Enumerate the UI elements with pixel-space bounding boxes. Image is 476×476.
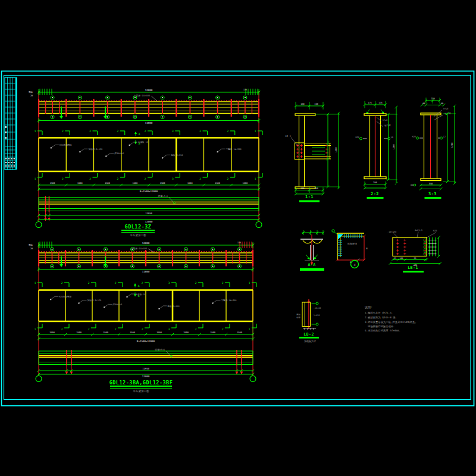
svg-text:2: 2 xyxy=(142,281,143,284)
svg-text:-10×430: -10×430 xyxy=(387,231,396,233)
svg-text:175: 175 xyxy=(378,102,383,104)
svg-text:M20: M20 xyxy=(356,136,360,139)
svg-text:8×1500=12000: 8×1500=12000 xyxy=(137,340,155,343)
svg-text:下翼缘-14×300: 下翼缘-14×300 xyxy=(221,299,237,302)
svg-text:2: 2 xyxy=(115,281,117,284)
svg-text:1500: 1500 xyxy=(183,331,189,334)
svg-text:12000: 12000 xyxy=(145,220,153,223)
svg-text:3: 3 xyxy=(172,130,174,133)
svg-text:-10×80: -10×80 xyxy=(314,307,321,309)
svg-text:20: 20 xyxy=(30,95,33,97)
svg-text:2: 2 xyxy=(115,328,117,331)
svg-text:11950: 11950 xyxy=(145,212,152,215)
svg-text:1500: 1500 xyxy=(133,182,138,184)
detail-lb1-label: LB-1 xyxy=(408,265,418,270)
svg-text:1500: 1500 xyxy=(49,331,55,334)
svg-text:8: 8 xyxy=(367,248,368,250)
svg-text:1200: 1200 xyxy=(393,145,395,150)
svg-text:175: 175 xyxy=(237,242,241,244)
svg-text:hf=8: hf=8 xyxy=(443,108,448,110)
svg-text:M20: M20 xyxy=(412,136,416,138)
svg-text:350: 350 xyxy=(429,183,433,185)
svg-text:2: 2 xyxy=(222,328,224,331)
svg-text:2: 2 xyxy=(227,177,228,180)
svg-text:150: 150 xyxy=(300,103,305,105)
note-line-2: 2.钢材材质为 Q345-B 级。 xyxy=(365,316,398,320)
svg-text:连接板-10: 连接板-10 xyxy=(136,293,146,296)
svg-text:1500: 1500 xyxy=(210,331,215,334)
hole-detail-label: d xyxy=(353,263,355,267)
svg-text:1: 1 xyxy=(35,281,36,284)
svg-text:上翼缘-14×300: 上翼缘-14×300 xyxy=(131,247,148,250)
group2-subtitle: 吊车梁加工图 xyxy=(133,389,149,393)
group2-title: GDL12-3BA,GDL12-3BF xyxy=(109,380,173,386)
svg-text:55: 55 xyxy=(394,257,396,259)
svg-text:2: 2 xyxy=(195,328,197,331)
svg-text:1500: 1500 xyxy=(187,182,193,184)
svg-text:3: 3 xyxy=(172,177,174,180)
svg-text:1500: 1500 xyxy=(103,331,108,334)
svg-text:2: 2 xyxy=(62,177,64,180)
svg-text:焊缝hf=6: 焊缝hf=6 xyxy=(114,152,124,155)
svg-text:两边: 两边 xyxy=(296,313,300,316)
beam-group-1: 12000预拱20175上翼缘-14×300118001122222222332… xyxy=(29,89,262,233)
svg-text:3: 3 xyxy=(168,281,170,284)
svg-text:1: 1 xyxy=(35,130,36,133)
svg-text:12000: 12000 xyxy=(145,89,153,92)
svg-text:2: 2 xyxy=(195,281,197,284)
svg-text:55: 55 xyxy=(414,257,416,259)
detail-lb2-label: LB-2 xyxy=(303,332,314,337)
note-line-4: 4.未注明角焊缝高度 hf=6mm。 xyxy=(365,329,402,332)
svg-text:焊缝hf=6: 焊缝hf=6 xyxy=(155,348,165,351)
svg-text:1500: 1500 xyxy=(105,182,110,184)
note-line-3: 3.焊缝质量等级为二级,焊条采用E50型焊条, xyxy=(365,321,416,324)
svg-text:11950: 11950 xyxy=(142,367,149,370)
svg-text:8×1500=12000: 8×1500=12000 xyxy=(140,190,158,193)
svg-text:11800: 11800 xyxy=(142,270,150,273)
svg-text:1500: 1500 xyxy=(76,331,82,334)
svg-text:175: 175 xyxy=(243,89,247,91)
svg-text:2: 2 xyxy=(145,130,146,133)
section-3-3-label: 3-3 xyxy=(428,192,437,196)
detail-lb2-subtitle: 加劲板大样 xyxy=(304,340,316,343)
svg-text:M20高强螺栓: M20高强螺栓 xyxy=(59,295,71,298)
svg-text:加劲肋-8×120: 加劲肋-8×120 xyxy=(88,148,102,151)
svg-text:2: 2 xyxy=(89,130,91,133)
svg-text:2: 2 xyxy=(199,130,201,133)
svg-text:1500: 1500 xyxy=(237,331,242,334)
section-details: 1501501200150150175175hf=8坡口焊M2010120035… xyxy=(291,98,456,339)
weld-detail-note: 贴角焊缝 xyxy=(347,242,357,246)
svg-text:加劲肋-8×120: 加劲肋-8×120 xyxy=(87,299,102,302)
svg-text:连接板-10: 连接板-10 xyxy=(138,141,148,143)
svg-text:M20: M20 xyxy=(433,230,437,232)
svg-text:120: 120 xyxy=(400,257,403,259)
svg-text:1: 1 xyxy=(249,281,250,284)
svg-text:20: 20 xyxy=(30,248,33,250)
svg-text:2: 2 xyxy=(61,328,63,331)
svg-text:2: 2 xyxy=(117,177,118,180)
svg-text:2: 2 xyxy=(227,130,228,133)
svg-text:150: 150 xyxy=(300,187,305,190)
svg-text:焊缝hf=6: 焊缝hf=6 xyxy=(112,303,122,306)
svg-text:腹板-8×550: 腹板-8×550 xyxy=(168,305,180,308)
svg-text:1500: 1500 xyxy=(77,182,83,184)
svg-text:350: 350 xyxy=(373,181,377,184)
svg-text:270: 270 xyxy=(431,98,435,100)
svg-text:A: A xyxy=(139,133,140,136)
svg-text:3: 3 xyxy=(168,328,170,331)
notes-header: 说明: xyxy=(364,305,372,309)
svg-text:2: 2 xyxy=(199,177,201,180)
cad-drawing-svg: 12000预拱20175上翼缘-14×300118001122222222332… xyxy=(0,0,476,476)
text-labels: GDL12-3Z 吊车梁加工图 GDL12-3BA,GDL12-3BF 吊车梁加… xyxy=(109,134,437,393)
svg-text:1500: 1500 xyxy=(130,331,135,334)
svg-text:11800: 11800 xyxy=(145,121,153,124)
svg-text:1500: 1500 xyxy=(160,182,165,184)
svg-text:A: A xyxy=(138,284,140,287)
svg-text:12: 12 xyxy=(443,136,446,138)
note-line-3b: 现场拼接焊缝除注明外。 xyxy=(367,325,396,328)
svg-text:1500: 1500 xyxy=(156,331,162,334)
svg-text:2: 2 xyxy=(88,328,90,331)
group1-title: GDL12-3Z xyxy=(125,224,152,230)
svg-text:1500: 1500 xyxy=(215,182,220,184)
section-1-1-label: 1-1 xyxy=(305,195,314,199)
